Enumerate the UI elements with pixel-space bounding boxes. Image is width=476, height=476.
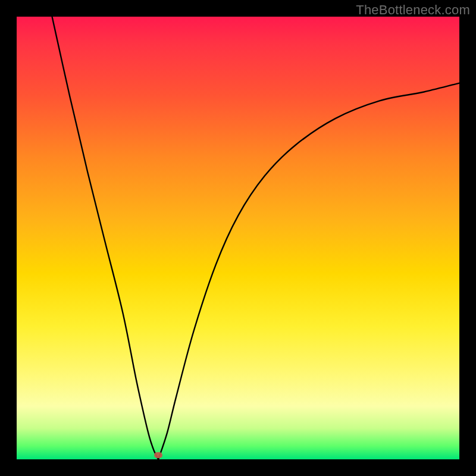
curve-layer [17, 17, 459, 459]
curve-right-branch [158, 83, 459, 459]
optimum-marker [154, 452, 162, 458]
plot-area [17, 17, 459, 459]
watermark-text: TheBottleneck.com [356, 2, 470, 18]
chart-frame: TheBottleneck.com [0, 0, 476, 476]
curve-left-branch [52, 17, 159, 459]
